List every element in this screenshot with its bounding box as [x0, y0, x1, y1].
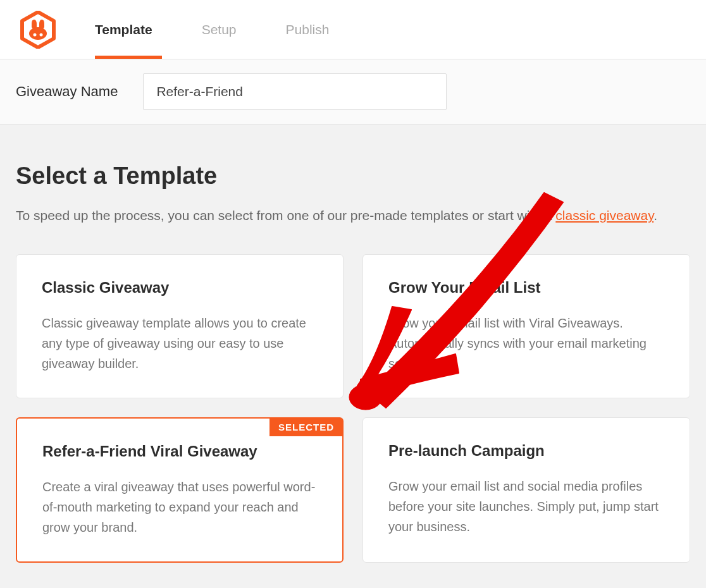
template-desc: Grow your email list with Viral Giveaway… [388, 313, 664, 374]
templates-grid: Classic Giveaway Classic giveaway templa… [16, 254, 690, 563]
template-desc: Classic giveaway template allows you to … [42, 313, 318, 374]
template-card-pre-launch[interactable]: Pre-launch Campaign Grow your email list… [362, 417, 690, 563]
template-card-classic-giveaway[interactable]: Classic Giveaway Classic giveaway templa… [16, 254, 344, 398]
header-bar: Template Setup Publish [0, 0, 706, 59]
template-title: Classic Giveaway [42, 279, 318, 297]
content-area: Select a Template To speed up the proces… [0, 125, 706, 588]
giveaway-name-input[interactable] [143, 73, 447, 110]
svg-point-2 [34, 33, 37, 36]
template-desc: Grow your email list and social media pr… [388, 476, 664, 537]
template-title: Pre-launch Campaign [388, 442, 664, 460]
classic-giveaway-link[interactable]: classic giveaway [555, 208, 653, 223]
section-heading: Select a Template [16, 162, 690, 190]
giveaway-name-row: Giveaway Name [0, 59, 706, 125]
svg-point-3 [40, 33, 43, 36]
svg-point-1 [29, 27, 47, 40]
template-card-refer-a-friend[interactable]: SELECTED Refer-a-Friend Viral Giveaway C… [16, 417, 344, 563]
template-desc: Create a viral giveaway that uses powerf… [42, 477, 317, 537]
selected-badge: SELECTED [269, 418, 343, 436]
section-subtext: To speed up the process, you can select … [16, 205, 690, 226]
template-card-grow-email-list[interactable]: Grow Your Email List Grow your email lis… [362, 254, 690, 398]
template-title: Refer-a-Friend Viral Giveaway [42, 443, 317, 460]
tab-publish[interactable]: Publish [286, 0, 330, 59]
template-title: Grow Your Email List [388, 279, 664, 297]
brand-logo [19, 11, 57, 49]
tab-setup[interactable]: Setup [202, 0, 237, 59]
subtext-post: . [653, 208, 657, 223]
subtext-pre: To speed up the process, you can select … [16, 208, 555, 223]
giveaway-name-label: Giveaway Name [16, 83, 118, 100]
tab-template[interactable]: Template [95, 0, 152, 59]
tabs-nav: Template Setup Publish [95, 0, 378, 59]
